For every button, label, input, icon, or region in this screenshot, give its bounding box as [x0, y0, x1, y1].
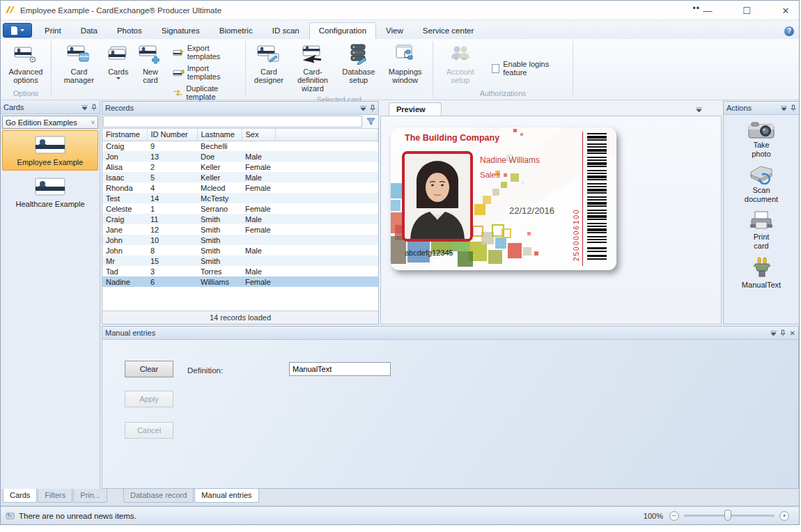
records-panel-header: Records [102, 102, 378, 115]
zoom-level: 100% [644, 512, 663, 520]
take-photo-button[interactable]: Take photo [724, 121, 799, 159]
card-item-healthcare-example[interactable]: Healthcare Example [2, 172, 98, 212]
help-icon[interactable]: ? [784, 26, 794, 36]
tab-configuration[interactable]: Configuration [309, 22, 376, 39]
dock-tab-database-record[interactable]: Database record [123, 489, 194, 503]
column-header [275, 129, 378, 141]
pin-icon[interactable] [91, 104, 97, 111]
definition-input[interactable] [289, 362, 391, 376]
news-icon [6, 512, 15, 519]
table-row[interactable]: Test14McTesty [102, 193, 378, 203]
table-row[interactable]: Craig11SmithMale [102, 214, 378, 224]
table-row[interactable]: Jane12SmithFemale [102, 224, 378, 235]
zoom-slider-thumb[interactable] [724, 510, 731, 521]
tab-service-center[interactable]: Service center [413, 22, 484, 39]
table-row[interactable]: Tad3TorresMale [102, 266, 378, 276]
dock-tab-print[interactable]: Prin... [73, 489, 107, 503]
panel-menu-icon[interactable] [360, 106, 366, 111]
table-row[interactable]: Craig9Bechelli [102, 141, 378, 151]
table-row[interactable]: Mr15Smith [102, 256, 378, 266]
tab-id-scan[interactable]: ID scan [263, 22, 309, 39]
enable-logins-checkbox-row[interactable]: Enable logins feature [492, 60, 564, 77]
card-manual-code: abcdefg12345 [405, 249, 453, 257]
card-department: Sales [480, 171, 500, 179]
zoom-out-button[interactable]: − [669, 511, 679, 521]
cards-dropdown-button[interactable]: Cards [104, 40, 132, 84]
status-message: There are no unread news items. [19, 512, 137, 520]
card-date: 22/12/2016 [509, 205, 554, 216]
clear-button[interactable]: Clear [125, 361, 173, 377]
duplicate-template-button[interactable]: Duplicate template [171, 84, 242, 102]
dock-tab-filters[interactable]: Filters [38, 489, 72, 503]
barcode-segment [587, 247, 607, 263]
mappings-window-button[interactable]: Mappings window [381, 40, 429, 86]
table-row[interactable]: Rhonda4McleodFemale [102, 182, 378, 193]
tab-signatures[interactable]: Signatures [152, 22, 210, 39]
table-row[interactable]: John8SmithMale [102, 245, 378, 256]
minimize-button[interactable]: — [700, 6, 715, 16]
zoom-in-button[interactable]: • [779, 511, 789, 521]
account-setup-button[interactable]: Account setup [437, 40, 484, 86]
table-row[interactable]: Isaac5KellerMale [102, 172, 378, 182]
panel-menu-icon[interactable] [770, 331, 777, 336]
pin-icon[interactable] [780, 329, 786, 336]
card-designer-button[interactable]: Card designer [249, 40, 288, 86]
table-row-selected[interactable]: Nadine6WilliamsFemale [102, 276, 378, 287]
card-item-label: Employee Example [17, 158, 84, 166]
tab-view[interactable]: View [376, 22, 413, 39]
table-row[interactable]: Jon13DoeMale [102, 151, 378, 162]
card-company-name: The Building Company [405, 133, 499, 143]
records-footer: 14 records loaded [102, 311, 378, 324]
panel-menu-icon[interactable] [696, 107, 702, 112]
table-row[interactable]: Celeste1SerranoFemale [102, 203, 378, 214]
card-group-dropdown[interactable]: Go Edition Examples ˅ [2, 116, 98, 129]
tab-biometric[interactable]: Biometric [210, 22, 263, 39]
cancel-button[interactable]: Cancel [125, 422, 173, 439]
export-templates-button[interactable]: Export templates [171, 43, 242, 61]
dock-tab-cards[interactable]: Cards [3, 489, 37, 503]
status-bar: There are no unread news items. 100% − • [1, 506, 799, 524]
column-header[interactable]: Lastname [197, 129, 242, 141]
card-holder-name: Nadine Williams [480, 155, 540, 165]
card-manager-button[interactable]: Card manager [55, 40, 103, 86]
close-icon[interactable]: ✕ [790, 329, 795, 337]
tab-print[interactable]: Print [35, 22, 71, 39]
dock-tab-manual-entries[interactable]: Manual entries [194, 489, 258, 503]
pin-icon[interactable] [791, 104, 796, 111]
card-item-employee-example[interactable]: Employee Example [2, 130, 98, 171]
apply-button[interactable]: Apply [125, 391, 173, 407]
column-header[interactable]: Firstname [102, 129, 147, 141]
table-row[interactable]: John10Smith [102, 235, 378, 245]
maximize-button[interactable]: ☐ [739, 6, 754, 16]
import-templates-button[interactable]: Import templates [171, 63, 242, 81]
database-setup-button[interactable]: Database setup [337, 40, 380, 86]
enable-logins-label: Enable logins feature [503, 60, 564, 77]
pin-icon[interactable] [370, 104, 375, 111]
new-card-button[interactable]: New card [134, 40, 167, 86]
card-divider-line [582, 132, 584, 266]
panel-menu-icon[interactable] [781, 106, 787, 111]
records-filter-input[interactable] [103, 116, 362, 127]
checkbox-unchecked-icon[interactable] [492, 64, 499, 73]
card-definition-wizard-button[interactable]: Card- definition wizard [290, 40, 336, 95]
records-filter-row [102, 115, 378, 129]
filter-button[interactable] [363, 115, 378, 128]
scan-document-button[interactable]: Scan document [724, 165, 799, 204]
close-button[interactable]: ✕ [778, 6, 793, 16]
tab-data[interactable]: Data [71, 22, 107, 39]
tab-preview[interactable]: Preview [389, 102, 442, 116]
table-row[interactable]: Alisa2KellerFemale [102, 162, 378, 172]
advanced-options-button[interactable]: ⚙ Advanced options [4, 40, 47, 86]
print-card-button[interactable]: Print card [724, 210, 799, 251]
window-title: Employee Example - CardExchange® Produce… [20, 6, 221, 15]
manual-text-button[interactable]: ManualText [724, 257, 799, 290]
zoom-control: 100% − • [644, 511, 789, 521]
tab-photos[interactable]: Photos [107, 22, 152, 39]
column-header[interactable]: ID Number [147, 129, 197, 141]
column-header[interactable]: Sex [242, 129, 275, 141]
preview-panel: Preview [380, 101, 722, 324]
definition-label: Definition: [187, 366, 223, 375]
panel-menu-icon[interactable] [81, 105, 88, 110]
zoom-slider[interactable] [684, 515, 775, 517]
application-menu-button[interactable] [3, 23, 32, 38]
